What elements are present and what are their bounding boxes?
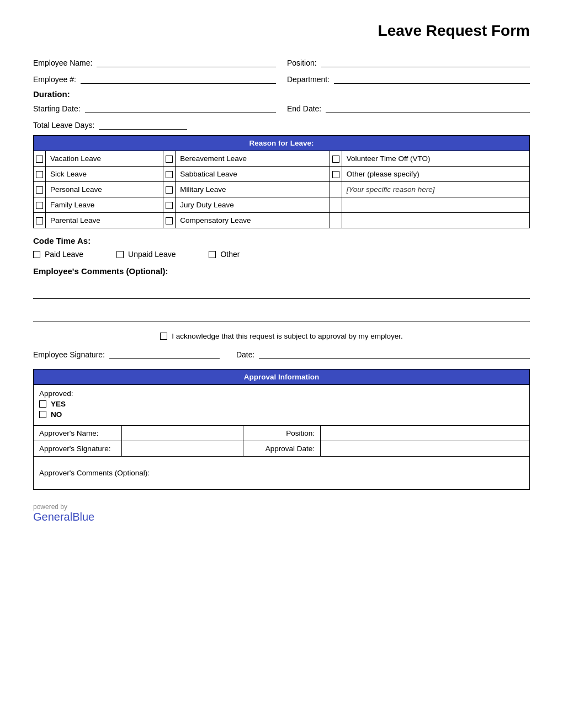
approver-name-label-cell: Approver's Name: [34, 426, 122, 441]
approval-table: Approval Information Approved: YES NO Ap… [33, 369, 530, 490]
acknowledge-text: I acknowledge that this request is subje… [172, 332, 403, 340]
employee-sig-input[interactable] [109, 348, 220, 359]
reason-col2-label-2: Military Leave [176, 182, 330, 197]
starting-date-label: Starting Date: [33, 104, 81, 113]
employee-num-input[interactable] [81, 73, 276, 84]
reason-col2-checkbox-4[interactable] [163, 213, 176, 228]
reason-col3-label-1: Other (please specify) [342, 167, 529, 182]
reason-col1-checkbox-0[interactable] [34, 151, 46, 167]
comment-line-1[interactable] [33, 286, 530, 299]
code-time-label: Code Time As: [33, 236, 530, 245]
sig-row: Employee Signature: Date: [33, 348, 530, 359]
starting-date-input[interactable] [85, 102, 276, 113]
end-date-label: End Date: [287, 104, 321, 113]
yes-label: YES [51, 400, 66, 408]
yes-checkbox[interactable] [39, 400, 46, 408]
reason-col3-checkbox-2[interactable] [330, 182, 342, 197]
position-input[interactable] [321, 56, 530, 67]
other-checkbox[interactable] [209, 251, 216, 258]
approval-date-input-cell[interactable] [321, 441, 530, 457]
sig-date-input[interactable] [259, 348, 530, 359]
reason-col2-checkbox-1[interactable] [163, 167, 176, 182]
approval-position-input-cell[interactable] [321, 426, 530, 441]
reason-col3-checkbox-3[interactable] [330, 197, 342, 213]
reason-col2-label-4: Compensatory Leave [176, 213, 330, 228]
approver-comments-label: Approver's Comments (Optional): [39, 469, 150, 477]
paid-leave-checkbox[interactable] [33, 251, 40, 258]
reason-col1-label-4: Parental Leave [46, 213, 163, 228]
approver-sig-input-cell[interactable] [122, 441, 243, 457]
employee-name-input[interactable] [97, 56, 276, 67]
reason-col3-label-4 [342, 213, 529, 228]
yes-row[interactable]: YES [39, 400, 524, 408]
reason-col2-checkbox-0[interactable] [163, 151, 176, 167]
reason-col1-label-2: Personal Leave [46, 182, 163, 197]
employee-num-label: Employee #: [33, 75, 76, 84]
end-date-input[interactable] [326, 102, 530, 113]
reason-col1-checkbox-3[interactable] [34, 197, 46, 213]
approved-cell: Approved: YES NO [34, 385, 530, 426]
reason-col3-label-3 [342, 197, 529, 213]
reason-col2-checkbox-3[interactable] [163, 197, 176, 213]
department-input[interactable] [334, 73, 530, 84]
brand-general: General [33, 511, 72, 523]
code-time-section: Code Time As: Paid Leave Unpaid Leave Ot… [33, 236, 530, 259]
total-leave-input[interactable] [99, 119, 187, 130]
powered-by-text: powered by [33, 503, 530, 511]
comment-line-2[interactable] [33, 309, 530, 322]
position-label: Position: [287, 58, 317, 67]
paid-leave-option[interactable]: Paid Leave [33, 250, 83, 259]
reason-col1-label-3: Family Leave [46, 197, 163, 213]
page-title: Leave Request Form [33, 22, 530, 40]
other-option[interactable]: Other [209, 250, 240, 259]
reason-col2-label-3: Jury Duty Leave [176, 197, 330, 213]
unpaid-leave-label: Unpaid Leave [128, 250, 176, 259]
no-row[interactable]: NO [39, 410, 524, 419]
other-label: Other [220, 250, 240, 259]
reason-col3-checkbox-0[interactable] [330, 151, 342, 167]
unpaid-leave-checkbox[interactable] [116, 251, 124, 258]
brand-blue: Blue [72, 511, 94, 523]
reason-col3-checkbox-1[interactable] [330, 167, 342, 182]
no-checkbox[interactable] [39, 411, 46, 418]
sig-date-label: Date: [236, 350, 254, 359]
reason-col1-checkbox-2[interactable] [34, 182, 46, 197]
approved-label: Approved: [39, 389, 73, 398]
approver-comments-cell[interactable]: Approver's Comments (Optional): [34, 457, 530, 490]
approval-header: Approval Information [34, 370, 530, 385]
department-label: Department: [287, 75, 330, 84]
brand: GeneralBlue [33, 511, 530, 523]
reason-col3-label-0: Volunteer Time Off (VTO) [342, 151, 529, 167]
approval-date-label-cell: Approval Date: [243, 441, 321, 457]
reason-col1-label-1: Sick Leave [46, 167, 163, 182]
footer: powered by GeneralBlue [33, 503, 530, 523]
reason-table: Reason for Leave: Vacation LeaveBereavem… [33, 135, 530, 228]
comments-label: Employee's Comments (Optional): [33, 266, 530, 276]
comments-section: Employee's Comments (Optional): [33, 266, 530, 322]
reason-col1-label-0: Vacation Leave [46, 151, 163, 167]
unpaid-leave-option[interactable]: Unpaid Leave [116, 250, 176, 259]
reason-col1-checkbox-4[interactable] [34, 213, 46, 228]
reason-col2-label-1: Sabbatical Leave [176, 167, 330, 182]
acknowledge-row: I acknowledge that this request is subje… [33, 332, 530, 340]
reason-header: Reason for Leave: [34, 136, 530, 151]
total-leave-label: Total Leave Days: [33, 121, 94, 130]
approver-name-input-cell[interactable] [122, 426, 243, 441]
approver-sig-label-cell: Approver's Signature: [34, 441, 122, 457]
reason-col2-label-0: Bereavement Leave [176, 151, 330, 167]
duration-label: Duration: [33, 89, 530, 99]
approval-position-label-cell: Position: [243, 426, 321, 441]
employee-sig-label: Employee Signature: [33, 350, 105, 359]
acknowledge-checkbox[interactable] [160, 333, 167, 340]
paid-leave-label: Paid Leave [45, 250, 83, 259]
reason-col2-checkbox-2[interactable] [163, 182, 176, 197]
reason-col1-checkbox-1[interactable] [34, 167, 46, 182]
employee-name-label: Employee Name: [33, 58, 92, 67]
reason-col3-label-2: [Your specific reason here] [342, 182, 529, 197]
reason-col3-checkbox-4[interactable] [330, 213, 342, 228]
no-label: NO [51, 410, 62, 419]
